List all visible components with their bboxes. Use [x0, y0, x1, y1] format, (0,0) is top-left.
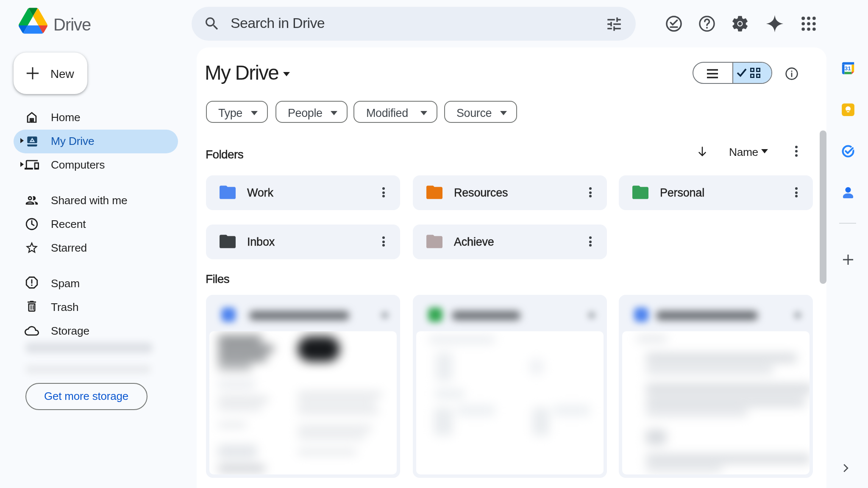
svg-text:31: 31 — [844, 65, 851, 71]
